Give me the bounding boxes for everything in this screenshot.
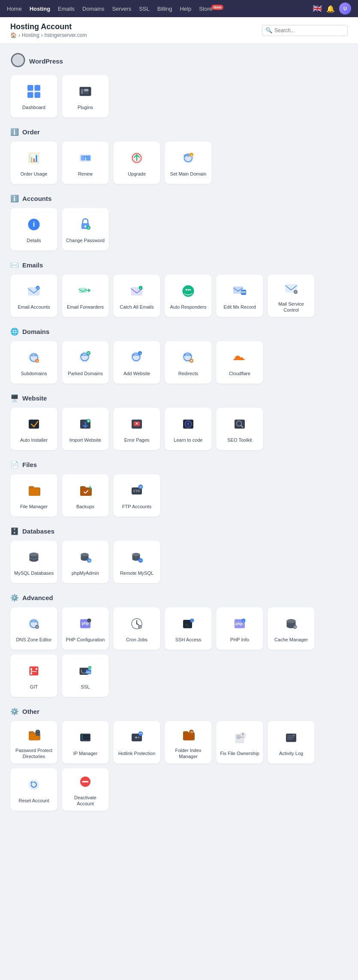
card-auto-responders[interactable]: Auto Responders: [165, 274, 212, 317]
card-cron-jobs[interactable]: ⚙ Cron Jobs: [113, 607, 160, 650]
card-redirects[interactable]: WWW Redirects: [165, 341, 212, 384]
ftp-accounts-icon: FTP ⚙: [127, 481, 146, 500]
php-configuration-icon: php ⚙: [76, 614, 95, 633]
card-change-password[interactable]: ⚙ Change Password: [62, 208, 109, 251]
nav-ssl[interactable]: SSL: [139, 6, 150, 12]
card-cloudflare[interactable]: Cloudflare: [216, 341, 263, 384]
page-title: Hosting Account: [10, 22, 87, 31]
breadcrumb-home[interactable]: 🏠: [10, 32, 17, 38]
top-navigation: Home Hosting Emails Domains Servers SSL …: [0, 0, 358, 17]
svg-point-109: [287, 619, 296, 623]
card-ftp-accounts[interactable]: FTP ⚙ FTP Accounts: [113, 474, 160, 517]
card-ip-manager[interactable]: IP Manager: [62, 721, 109, 764]
svg-point-114: [36, 668, 38, 670]
card-learn-to-code[interactable]: B Learn to code: [165, 407, 212, 450]
section-header-website: 🖥️ Website: [10, 394, 348, 402]
breadcrumb-hosting[interactable]: Hosting: [22, 32, 39, 38]
card-seo-toolkit[interactable]: SEO Toolkit: [216, 407, 263, 450]
card-order-usage[interactable]: 📊 Order Usage: [10, 141, 57, 184]
card-details[interactable]: i Details: [10, 208, 57, 251]
accounts-section-icon: ℹ️: [10, 194, 19, 203]
section-title-website: Website: [22, 394, 47, 402]
card-ssl-advanced[interactable]: SSL SSL: [62, 654, 109, 697]
card-ssh-access[interactable]: >_ i SSH Access: [165, 607, 212, 650]
card-reset-account[interactable]: Reset Account: [10, 768, 57, 811]
card-mysql-databases[interactable]: MySQL Databases: [10, 540, 57, 583]
card-folder-index-manager[interactable]: ⚙ Folder Index Manager: [165, 721, 212, 764]
nav-domains[interactable]: Domains: [82, 6, 104, 12]
card-import-website[interactable]: Import Website: [62, 407, 109, 450]
files-cards: File Manager Backups FTP: [10, 474, 348, 517]
databases-section-icon: 🗄️: [10, 527, 19, 535]
card-activity-log[interactable]: Activity Log: [268, 721, 315, 764]
ssh-access-icon: >_ i: [179, 614, 198, 633]
card-auto-installer[interactable]: Auto Installer: [10, 407, 57, 450]
import-website-label: Import Website: [69, 437, 101, 443]
card-remote-mysql[interactable]: ↗ Remote MySQL: [113, 540, 160, 583]
remote-mysql-label: Remote MySQL: [120, 570, 153, 576]
upgrade-icon: [127, 149, 146, 167]
card-edit-mx-record[interactable]: MX Edit Mx Record: [216, 274, 263, 317]
card-dns-zone-editor[interactable]: DNS ⚙ DNS Zone Editor: [10, 607, 57, 650]
card-set-main-domain[interactable]: WWW ⚙ Set Main Domain: [165, 141, 212, 184]
nav-store[interactable]: Store New: [199, 5, 223, 12]
card-php-configuration[interactable]: php ⚙ PHP Configuration: [62, 607, 109, 650]
card-backups[interactable]: Backups: [62, 474, 109, 517]
user-avatar[interactable]: U: [339, 3, 351, 15]
card-plugins[interactable]: Plugins: [62, 75, 109, 118]
card-error-pages[interactable]: ✕ Error Pages: [113, 407, 160, 450]
svg-rect-140: [287, 739, 292, 740]
order-usage-label: Order Usage: [21, 171, 48, 177]
card-renew[interactable]: Renew: [62, 141, 109, 184]
nav-servers[interactable]: Servers: [112, 6, 131, 12]
nav-help[interactable]: Help: [180, 6, 191, 12]
wordpress-cards: Dashboard Plugins: [10, 75, 348, 118]
card-subdomains[interactable]: SUB ⚙ Subdomains: [10, 341, 57, 384]
svg-text:>_: >_: [186, 623, 190, 626]
svg-text:i: i: [33, 220, 35, 228]
card-upgrade[interactable]: Upgrade: [113, 141, 160, 184]
search-input[interactable]: [262, 25, 348, 36]
language-flag[interactable]: 🇬🇧: [313, 4, 322, 13]
breadcrumb: 🏠 › Hosting › hstngerserver.com: [10, 32, 87, 38]
card-email-accounts[interactable]: @ Email Accounts: [10, 274, 57, 317]
card-deactivate-account[interactable]: Deactivate Account: [62, 768, 109, 811]
deactivate-account-icon: [76, 772, 95, 791]
card-git[interactable]: GIT: [10, 654, 57, 697]
hotlink-protection-label: Hotlink Protection: [118, 750, 155, 756]
card-fix-file-ownership[interactable]: Fix File Ownership: [216, 721, 263, 764]
change-password-label: Change Password: [66, 237, 105, 243]
nav-hosting[interactable]: Hosting: [30, 6, 50, 12]
card-catch-all-emails[interactable]: + Catch All Emails: [113, 274, 160, 317]
accounts-cards: i Details ⚙ Change Password: [10, 208, 348, 251]
edit-mx-record-label: Edit Mx Record: [223, 304, 256, 310]
ip-manager-label: IP Manager: [73, 750, 98, 756]
card-cache-manager[interactable]: ⚙ Cache Manager: [268, 607, 315, 650]
seo-toolkit-icon: [230, 415, 249, 434]
card-parked-domains[interactable]: WWW Parked Domains: [62, 341, 109, 384]
svg-rect-143: [82, 781, 89, 782]
breadcrumb-server[interactable]: hstngerserver.com: [45, 32, 87, 38]
card-file-manager[interactable]: File Manager: [10, 474, 57, 517]
svg-text:⚙: ⚙: [87, 227, 90, 229]
mysql-databases-icon: [24, 548, 43, 567]
card-phpmyadmin[interactable]: ⚙ phpMyAdmin: [62, 540, 109, 583]
nav-emails[interactable]: Emails: [58, 6, 75, 12]
card-email-forwarders[interactable]: Email Forwarders: [62, 274, 109, 317]
section-order: ℹ️ Order 📊 Order Usage: [10, 128, 348, 184]
card-php-info[interactable]: php i PHP Info: [216, 607, 263, 650]
folder-index-manager-label: Folder Index Manager: [168, 747, 208, 760]
nav-home[interactable]: Home: [7, 6, 22, 12]
svg-point-125: [81, 735, 83, 737]
nav-billing[interactable]: Billing: [157, 6, 172, 12]
notifications-bell[interactable]: 🔔: [326, 5, 335, 13]
card-dashboard[interactable]: Dashboard: [10, 75, 57, 118]
card-hotlink-protection[interactable]: Hotlink Protection: [113, 721, 160, 764]
card-mail-service-control[interactable]: ⚙ Mail Service Control: [268, 274, 315, 317]
svg-rect-12: [81, 155, 86, 161]
card-add-website[interactable]: WWW + Add Website: [113, 341, 160, 384]
git-label: GIT: [30, 684, 38, 690]
card-password-protect-directories[interactable]: Password Protect Directories: [10, 721, 57, 764]
renew-icon: [76, 149, 95, 167]
section-domains: 🌐 Domains SUB ⚙ Subdomains: [10, 328, 348, 384]
